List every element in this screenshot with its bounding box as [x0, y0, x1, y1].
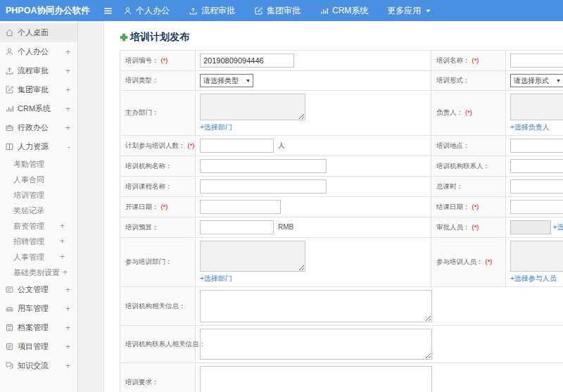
- form-row: 培训机构相关信息：: [120, 287, 563, 326]
- field-label-cell: 计划参与培训人数：(*): [120, 136, 196, 156]
- required-marker: (*): [161, 203, 168, 210]
- sidebar-scroll-strip[interactable]: [78, 21, 104, 392]
- agency-contact-info-textarea[interactable]: [200, 329, 432, 360]
- expand-indicator: +: [65, 323, 70, 333]
- sidebar-item-5[interactable]: 行政办公+: [0, 118, 77, 137]
- topnav-item-3[interactable]: CRM系统: [320, 5, 368, 17]
- field-label-cell: 结课日期：(*): [431, 197, 506, 217]
- host-department-textarea[interactable]: [200, 94, 305, 120]
- total-hours-input[interactable]: [510, 179, 563, 194]
- sidebar-item-4[interactable]: CRM系统+: [0, 99, 77, 118]
- sidebar-item-3[interactable]: 集团审批+: [0, 80, 77, 99]
- participating-dept-textarea[interactable]: [200, 241, 305, 272]
- edit-icon: [254, 6, 263, 15]
- sidebar-item-1[interactable]: 个人办公+: [0, 42, 77, 61]
- main-layout: 个人桌面个人办公+流程审批+集团审批+CRM系统+行政办公+人力资源-考勤管理人…: [0, 21, 563, 392]
- select-department-link[interactable]: +选择部门: [200, 274, 232, 284]
- sidebar-item-10[interactable]: 项目管理+: [0, 337, 77, 356]
- field-cell: [196, 363, 563, 392]
- topnav-item-4[interactable]: 更多应用: [387, 5, 432, 17]
- field-cell: [196, 326, 563, 363]
- content-area: 培训计划发布 培训编号：(*)培训名称：(*)培训类型：请选择类型▼培训形式：请…: [104, 21, 563, 392]
- select-participants-link[interactable]: +选择参与人员: [510, 274, 557, 284]
- page-title-text: 培训计划发布: [130, 31, 189, 44]
- training-form-select[interactable]: 请选择形式▼: [510, 74, 563, 87]
- planned-participants-input[interactable]: [200, 139, 274, 153]
- select-leader-link[interactable]: +选择负责人: [510, 122, 550, 132]
- field-cell: +选择部门: [196, 238, 431, 287]
- select-department-link[interactable]: +选择部门: [200, 122, 232, 132]
- field-label-cell: 培训类型：: [120, 71, 196, 91]
- agency-info-textarea[interactable]: [200, 290, 432, 322]
- participants-textarea[interactable]: [510, 241, 563, 272]
- sidebar-subitem-6-5[interactable]: 招聘管理+: [0, 234, 77, 249]
- course-name-input[interactable]: [200, 179, 327, 194]
- agency-contact-input[interactable]: [510, 159, 563, 173]
- topnav-item-1[interactable]: 流程审批: [189, 5, 235, 17]
- form-row: 开课日期：(*)结课日期：(*): [120, 197, 563, 217]
- start-date-input[interactable]: [200, 200, 281, 214]
- sidebar-item-9[interactable]: 档案管理+: [0, 318, 77, 337]
- sidebar-subitem-6-7[interactable]: 基础类别设置+: [0, 265, 77, 280]
- training-no-input[interactable]: [200, 53, 294, 68]
- field-cell: [506, 177, 563, 197]
- field-cell: [196, 197, 431, 217]
- training-type-select[interactable]: 请选择类型▼: [200, 74, 253, 87]
- training-place-input[interactable]: [510, 139, 563, 153]
- agency-name-input[interactable]: [200, 159, 327, 173]
- form-table-body: 培训编号：(*)培训名称：(*)培训类型：请选择类型▼培训形式：请选择形式▼主办…: [120, 51, 563, 392]
- form-row: 计划参与培训人数：(*)人培训地点：: [120, 136, 563, 156]
- sidebar-subitem-6-6[interactable]: 人事管理+: [0, 249, 77, 265]
- topnav-item-0[interactable]: 个人办公: [123, 5, 170, 17]
- sidebar-item-8[interactable]: 用车管理+: [0, 299, 77, 318]
- edit-icon: [5, 85, 14, 94]
- sidebar-item-6[interactable]: 人力资源-: [0, 137, 77, 156]
- caret-down-icon: [424, 7, 432, 15]
- field-cell: [196, 177, 431, 197]
- home-icon: [5, 28, 14, 37]
- sidebar-subitem-6-0[interactable]: 考勤管理: [0, 156, 77, 172]
- training-name-input[interactable]: [510, 53, 563, 68]
- required-marker: (*): [472, 223, 479, 231]
- sidebar-subitem-6-3[interactable]: 奖惩记录: [0, 203, 77, 218]
- field-cell: [506, 156, 563, 177]
- book-icon: [5, 142, 14, 151]
- budget-input[interactable]: [200, 220, 274, 234]
- approver-input[interactable]: [510, 220, 551, 234]
- sidebar-item-2[interactable]: 流程审批+: [0, 61, 77, 80]
- field-label: 开课日期：: [125, 203, 159, 210]
- sidebar-item-0[interactable]: 个人桌面: [0, 23, 77, 42]
- sidebar-item-11[interactable]: 知识交流+: [0, 356, 77, 375]
- required-marker: (*): [465, 108, 472, 116]
- end-date-input[interactable]: [510, 200, 563, 214]
- hamburger-menu-button[interactable]: [103, 6, 113, 16]
- field-label-cell: 负责人：(*): [431, 91, 506, 136]
- field-label-cell: 培训地点：: [431, 136, 506, 156]
- input-suffix: RMB: [278, 223, 293, 231]
- expand-indicator: +: [65, 304, 70, 314]
- sidebar-subitem-6-4[interactable]: 薪资管理+: [0, 218, 77, 234]
- sidebar-item-7[interactable]: 公文管理+: [0, 280, 77, 299]
- sidebar-subitem-6-2[interactable]: 培训管理: [0, 187, 77, 203]
- select-approver-link[interactable]: +选择审批人员: [553, 223, 563, 231]
- field-label-cell: 开课日期：(*): [120, 197, 196, 217]
- field-label: 参与培训部门：: [125, 258, 172, 265]
- field-label-cell: 培训预算：: [120, 217, 196, 238]
- flow-icon: [189, 6, 198, 15]
- field-label-cell: 总课时：: [431, 177, 506, 197]
- training-requirements-textarea[interactable]: [200, 366, 432, 392]
- sidebar-subitem-6-1[interactable]: 人事合同: [0, 172, 77, 187]
- app-window: PHPOA协同办公软件 个人办公流程审批集团审批CRM系统更多应用 个人桌面个人…: [0, 0, 563, 392]
- field-label: 培训地点：: [436, 141, 470, 149]
- field-label: 培训编号：: [125, 56, 159, 64]
- input-suffix: 人: [278, 141, 285, 149]
- field-cell: +选择审批人员: [506, 217, 563, 238]
- required-marker: (*): [472, 56, 479, 64]
- expand-indicator: +: [60, 236, 65, 246]
- archive-icon: [5, 323, 14, 332]
- leader-textarea[interactable]: [510, 94, 563, 120]
- field-cell: +选择负责人: [506, 91, 563, 136]
- topnav-item-2[interactable]: 集团审批: [254, 5, 301, 17]
- field-label: 培训机构相关信息：: [125, 302, 186, 310]
- form-row: 培训要求：: [120, 363, 563, 392]
